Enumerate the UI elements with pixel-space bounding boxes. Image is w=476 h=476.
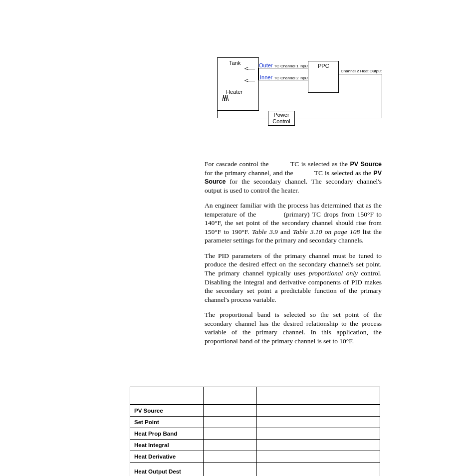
cascade-diagram: Tank Heater /\/\/\ Outer Inner TC Channe… [202, 50, 387, 135]
line [248, 81, 255, 81]
power-box: Power Control [268, 111, 295, 126]
table-header-row [130, 387, 380, 405]
line [258, 68, 308, 68]
power-label: Power Control [268, 112, 294, 125]
table-row: Heat Integral [130, 440, 380, 451]
table-row: PV Source [130, 405, 380, 417]
line [294, 118, 382, 118]
body-text: For cascade control the TC is selected a… [205, 160, 382, 352]
ppc-label: PPC [318, 63, 329, 69]
table-row: Heat Output Dest [130, 463, 380, 476]
paragraph-2: An engineer familiar with the process ha… [205, 201, 382, 245]
page: Tank Heater /\/\/\ Outer Inner TC Channe… [0, 0, 476, 476]
line [217, 110, 218, 118]
paragraph-3: The PID parameters of the primary channe… [205, 251, 382, 304]
th-col3 [257, 387, 380, 405]
line [217, 118, 268, 118]
th-param [130, 387, 204, 405]
heatout-label: Channel 2 Heat Output [341, 69, 382, 73]
line [248, 69, 255, 69]
table-row: Heat Derivative [130, 451, 380, 463]
heater-icon: /\/\/\ [222, 94, 228, 102]
line [382, 74, 382, 118]
paragraph-4: The proportional band is selected so the… [205, 310, 382, 345]
line [258, 68, 258, 80]
table-row: Set Point [130, 417, 380, 428]
line [338, 74, 382, 74]
paragraph-1: For cascade control the TC is selected a… [205, 160, 382, 195]
heater-label: Heater [226, 89, 242, 95]
line [258, 80, 308, 80]
table-row: Heat Prop Band [130, 428, 380, 440]
th-col2 [204, 387, 257, 405]
tank-label: Tank [229, 60, 240, 66]
settings-table: PV Source Set Point Heat Prop Band Heat … [130, 387, 380, 476]
